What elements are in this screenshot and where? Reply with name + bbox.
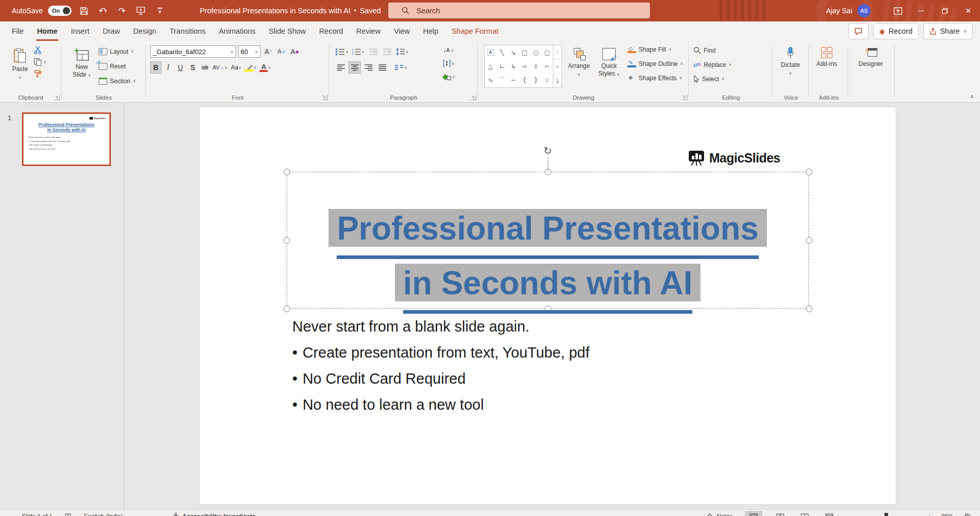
- shapes-gallery[interactable]: A ╲ ↘ □ ○ ▢ △ ∟ ↳ ⇨ ⇩ ⌐ ∿ ⌒ ~ { }: [484, 45, 562, 88]
- freeform-shape-icon[interactable]: ⌐: [542, 59, 553, 73]
- gallery-more-button[interactable]: =∨: [553, 74, 562, 87]
- shape-outline-button[interactable]: ✎Shape Outline∨: [627, 57, 683, 70]
- numbering-button[interactable]: 123 ∨: [351, 45, 366, 58]
- tab-help[interactable]: Help: [416, 21, 445, 41]
- arrange-button[interactable]: Arrange∨: [565, 44, 593, 78]
- gallery-scroll-down[interactable]: ∨: [553, 60, 562, 74]
- oval-shape-icon[interactable]: ○: [530, 45, 542, 59]
- redo-button[interactable]: ↷: [116, 4, 128, 17]
- language-status[interactable]: English (India): [84, 513, 123, 516]
- tab-view[interactable]: View: [387, 21, 416, 41]
- search-box[interactable]: [388, 3, 650, 18]
- new-slide-button[interactable]: NewSlide ∨: [67, 44, 97, 79]
- slideshow-view-button[interactable]: [821, 511, 838, 516]
- drawing-dialog-launcher[interactable]: ↘: [682, 95, 687, 100]
- curve-shape-icon[interactable]: ~: [507, 74, 519, 87]
- elbow-arrow-connector-shape-icon[interactable]: ↳: [507, 59, 519, 73]
- convert-to-smartart-button[interactable]: ∨: [441, 71, 456, 83]
- replace-button[interactable]: ⇄b Replace∨: [693, 58, 732, 71]
- elbow-connector-shape-icon[interactable]: ∟: [496, 59, 507, 73]
- close-button[interactable]: ×: [956, 0, 980, 21]
- zoom-level[interactable]: 85%: [933, 513, 953, 516]
- text-shadow-button[interactable]: S: [187, 61, 198, 74]
- bullets-button[interactable]: ∨: [335, 45, 349, 58]
- font-name-input[interactable]: [153, 48, 230, 56]
- align-text-button[interactable]: ∨: [441, 57, 456, 69]
- share-button[interactable]: Share ∨: [923, 23, 973, 39]
- select-button[interactable]: Select∨: [693, 73, 732, 85]
- collapse-ribbon-button[interactable]: ∧: [970, 93, 974, 99]
- italic-button[interactable]: I: [162, 61, 174, 74]
- tab-home[interactable]: Home: [30, 21, 64, 41]
- line-spacing-button[interactable]: ∨: [395, 45, 410, 58]
- slide-count[interactable]: Slide 1 of 1: [22, 513, 53, 516]
- slide-thumbnail[interactable]: MagicSlides Professional Presentationsin…: [22, 112, 111, 166]
- record-button[interactable]: ◉ Record: [873, 23, 919, 39]
- comments-button[interactable]: [848, 23, 869, 39]
- tab-file[interactable]: File: [5, 21, 30, 41]
- paste-button[interactable]: Paste∨: [8, 44, 32, 81]
- tab-draw[interactable]: Draw: [96, 21, 127, 41]
- underline-button[interactable]: U: [175, 61, 186, 74]
- arc-shape-icon[interactable]: ⌒: [496, 74, 507, 87]
- tab-insert[interactable]: Insert: [64, 21, 96, 41]
- gallery-scroll-up[interactable]: ∧: [553, 45, 562, 60]
- rectangle-shape-icon[interactable]: □: [519, 45, 530, 59]
- bold-button[interactable]: B: [150, 61, 161, 74]
- ribbon-display-options-button[interactable]: [886, 0, 909, 21]
- tab-transitions[interactable]: Transitions: [163, 21, 212, 41]
- left-brace-shape-icon[interactable]: {: [519, 74, 530, 87]
- spellcheck-button[interactable]: [65, 513, 73, 516]
- arrow-shape-icon[interactable]: ↘: [507, 45, 519, 59]
- right-brace-shape-icon[interactable]: }: [530, 74, 542, 87]
- strikethrough-button[interactable]: ab: [199, 61, 211, 74]
- columns-button[interactable]: ∨: [394, 61, 408, 74]
- line-shape-icon[interactable]: ╲: [496, 45, 507, 59]
- accessibility-button[interactable]: Accessibility: Investigate: [172, 513, 255, 516]
- resize-handle-top-left[interactable]: [284, 169, 290, 175]
- tab-review[interactable]: Review: [349, 21, 387, 41]
- right-arrow-shape-icon[interactable]: ⇨: [519, 59, 530, 73]
- quick-styles-button[interactable]: QuickStyles ∨: [595, 44, 623, 78]
- format-painter-button[interactable]: [34, 69, 46, 78]
- layout-button[interactable]: Layout∨: [99, 45, 136, 58]
- clear-formatting-button[interactable]: A◆: [289, 45, 300, 58]
- zoom-in-button[interactable]: +: [926, 512, 933, 516]
- shape-effects-button[interactable]: ◆Shape Effects∨: [627, 72, 683, 84]
- tab-record[interactable]: Record: [313, 21, 350, 41]
- shape-fill-button[interactable]: ◇Shape Fill∨: [627, 43, 683, 56]
- cut-button[interactable]: [34, 46, 46, 54]
- zoom-out-button[interactable]: −: [846, 512, 853, 516]
- star-shape-icon[interactable]: ☆: [542, 74, 553, 87]
- justify-button[interactable]: [376, 61, 388, 74]
- character-spacing-button[interactable]: AV↔∨: [212, 61, 229, 74]
- magicslides-logo[interactable]: MagicSlides: [688, 150, 780, 166]
- align-right-button[interactable]: [362, 61, 375, 74]
- font-size-combobox[interactable]: ∨: [238, 45, 261, 58]
- text-box-shape-icon[interactable]: A: [487, 49, 494, 56]
- slide-canvas[interactable]: MagicSlides ↻ Professional Presentations…: [200, 107, 896, 504]
- normal-view-button[interactable]: [745, 511, 762, 516]
- tab-slide-show[interactable]: Slide Show: [262, 21, 313, 41]
- search-input[interactable]: [416, 7, 611, 15]
- tab-shape-format[interactable]: Shape Format: [445, 21, 505, 41]
- customize-qat-button[interactable]: ∨: [154, 4, 166, 17]
- minimize-button[interactable]: [909, 0, 933, 21]
- scribble-shape-icon[interactable]: ∿: [485, 74, 496, 87]
- down-arrow-shape-icon[interactable]: ⇩: [530, 59, 542, 73]
- triangle-shape-icon[interactable]: △: [485, 59, 496, 73]
- notes-button[interactable]: Notes: [706, 513, 733, 516]
- zoom-slider-thumb[interactable]: [884, 513, 888, 516]
- paragraph-dialog-launcher[interactable]: ↘: [471, 95, 476, 100]
- font-size-input[interactable]: [241, 48, 255, 56]
- slide-body-text[interactable]: Never start from a blank slide again. •C…: [292, 314, 590, 418]
- saved-status[interactable]: Saved: [360, 7, 381, 15]
- find-button[interactable]: Find: [693, 44, 732, 57]
- autosave-toggle[interactable]: On: [48, 6, 72, 16]
- font-color-button[interactable]: A∨: [259, 61, 272, 74]
- text-highlight-button[interactable]: ∨: [243, 61, 258, 74]
- align-center-button[interactable]: [348, 61, 361, 74]
- font-name-combobox[interactable]: ∨: [150, 45, 236, 58]
- designer-button[interactable]: ⚡ Designer: [852, 43, 890, 68]
- decrease-font-size-button[interactable]: A∨: [276, 45, 287, 58]
